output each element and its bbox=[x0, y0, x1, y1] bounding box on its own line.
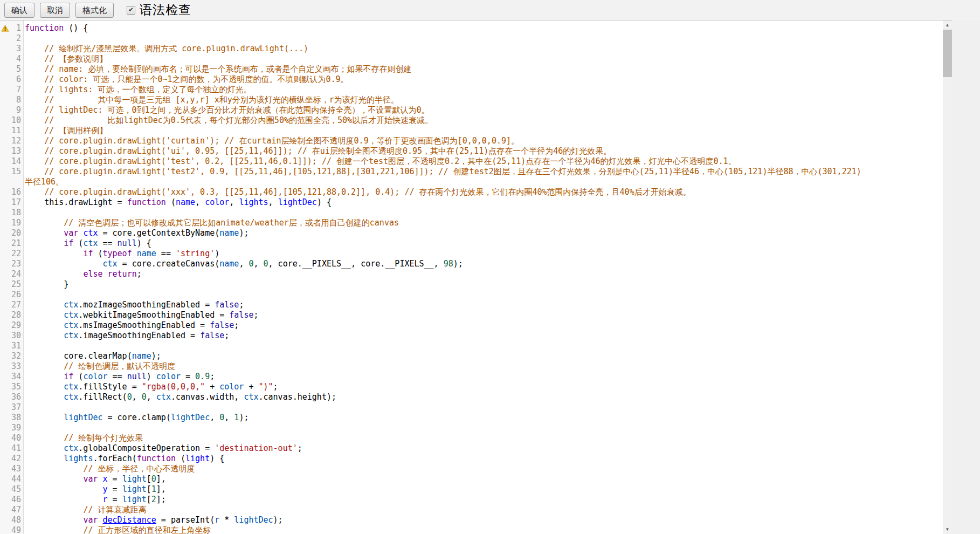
code-line[interactable]: 22 if (typeof name == 'string') bbox=[0, 249, 943, 259]
line-number: 27 bbox=[10, 300, 24, 310]
code-line[interactable]: 39 bbox=[0, 423, 943, 433]
scroll-up-button[interactable]: ▲ bbox=[943, 20, 952, 30]
gutter-marker bbox=[0, 351, 10, 361]
line-number: 8 bbox=[10, 95, 24, 105]
line-number: 10 bbox=[10, 115, 24, 126]
code-line[interactable]: 49 // 正方形区域的直径和左上角坐标 bbox=[0, 525, 943, 534]
code-line[interactable]: 4 // 【参数说明】 bbox=[0, 54, 943, 64]
vertical-scrollbar[interactable]: ▲ ▼ bbox=[943, 20, 952, 534]
code-line[interactable]: 37 bbox=[0, 402, 943, 413]
code-text bbox=[24, 341, 943, 351]
up-arrow-icon: ▲ bbox=[946, 23, 950, 28]
gutter-marker bbox=[0, 259, 10, 269]
syntax-check-label[interactable]: 语法检查 bbox=[140, 2, 191, 18]
code-line[interactable]: 43 // 坐标，半径，中心不透明度 bbox=[0, 464, 943, 474]
code-text bbox=[24, 208, 943, 218]
format-button[interactable]: 格式化 bbox=[75, 3, 114, 18]
scroll-down-button[interactable]: ▼ bbox=[943, 525, 952, 534]
line-number: 6 bbox=[10, 74, 24, 85]
syntax-check-checkbox[interactable]: ✔ bbox=[127, 6, 135, 15]
code-line[interactable]: 7 // lights: 可选，一个数组，定义了每个独立的灯光。 bbox=[0, 85, 943, 95]
code-line[interactable]: 21 if (ctx == null) { bbox=[0, 238, 943, 249]
code-line-continuation[interactable]: 半径106。 bbox=[0, 177, 943, 187]
code-line[interactable]: 1function () { bbox=[0, 23, 943, 33]
code-line[interactable]: 47 // 计算衰减距离 bbox=[0, 505, 943, 515]
cancel-button[interactable]: 取消 bbox=[40, 3, 70, 18]
code-editor[interactable]: 1function () {23 // 绘制灯光/漆黑层效果。调用方式 core… bbox=[0, 20, 952, 534]
code-text: // 正方形区域的直径和左上角坐标 bbox=[24, 525, 943, 534]
scrollbar-thumb[interactable] bbox=[943, 30, 952, 77]
code-text: ctx.msImageSmoothingEnabled = false; bbox=[24, 320, 943, 331]
line-number: 22 bbox=[10, 249, 24, 259]
code-line[interactable]: 45 y = light[1], bbox=[0, 484, 943, 495]
code-line[interactable]: 2 bbox=[0, 33, 943, 44]
line-number: 18 bbox=[10, 208, 24, 218]
gutter-marker bbox=[0, 95, 10, 105]
gutter-marker bbox=[0, 443, 10, 454]
code-line[interactable]: 12 // core.plugin.drawLight('curtain'); … bbox=[0, 136, 943, 146]
code-line[interactable]: 31 bbox=[0, 341, 943, 351]
line-number: 46 bbox=[10, 495, 24, 505]
code-line[interactable]: 20 var ctx = core.getContextByName(name)… bbox=[0, 228, 943, 238]
gutter-marker bbox=[0, 525, 10, 534]
code-line[interactable]: 36 ctx.fillRect(0, 0, ctx.canvas.width, … bbox=[0, 392, 943, 402]
gutter-marker bbox=[0, 484, 10, 495]
code-line[interactable]: 10 // 比如lightDec为0.5代表，每个灯光部分内圈50%的范围全亮，… bbox=[0, 115, 943, 126]
code-line[interactable]: 15 // core.plugin.drawLight('test2', 0.9… bbox=[0, 167, 943, 177]
code-line[interactable]: 44 var x = light[0], bbox=[0, 474, 943, 484]
code-line[interactable]: 29 ctx.msImageSmoothingEnabled = false; bbox=[0, 320, 943, 331]
gutter-marker bbox=[0, 464, 10, 474]
code-text: core.clearMap(name); bbox=[24, 351, 943, 361]
line-number: 39 bbox=[10, 423, 24, 433]
gutter-marker bbox=[0, 44, 10, 54]
code-line[interactable]: 17 this.drawLight = function (name, colo… bbox=[0, 197, 943, 208]
code-line[interactable]: 11 // 【调用样例】 bbox=[0, 126, 943, 136]
checkmark-icon: ✔ bbox=[128, 6, 134, 13]
code-line[interactable]: 24 else return; bbox=[0, 269, 943, 279]
code-line[interactable]: 30 ctx.imageSmoothingEnabled = false; bbox=[0, 331, 943, 341]
code-line[interactable]: 18 bbox=[0, 208, 943, 218]
line-number: 1 bbox=[10, 23, 24, 33]
code-line[interactable]: 42 lights.forEach(function (light) { bbox=[0, 454, 943, 464]
code-line[interactable]: 3 // 绘制灯光/漆黑层效果。调用方式 core.plugin.drawLig… bbox=[0, 44, 943, 54]
code-line[interactable]: 27 ctx.mozImageSmoothingEnabled = false; bbox=[0, 300, 943, 310]
code-line[interactable]: 41 ctx.globalCompositeOperation = 'desti… bbox=[0, 443, 943, 454]
gutter-marker bbox=[0, 361, 10, 372]
line-number: 42 bbox=[10, 454, 24, 464]
code-line[interactable]: 35 ctx.fillStyle = "rgba(0,0,0," + color… bbox=[0, 382, 943, 392]
gutter-marker bbox=[0, 413, 10, 423]
code-line[interactable]: 23 ctx = core.createCanvas(name, 0, 0, c… bbox=[0, 259, 943, 269]
gutter-marker bbox=[0, 136, 10, 146]
code-line[interactable]: 26 bbox=[0, 290, 943, 300]
code-line[interactable]: 13 // core.plugin.drawLight('ui', 0.95, … bbox=[0, 146, 943, 156]
gutter-marker bbox=[0, 341, 10, 351]
code-line[interactable]: 46 r = light[2]; bbox=[0, 495, 943, 505]
code-text: this.drawLight = function (name, color, … bbox=[24, 197, 943, 208]
code-line[interactable]: 28 ctx.webkitImageSmoothingEnabled = fal… bbox=[0, 310, 943, 320]
code-text bbox=[24, 33, 943, 44]
code-line[interactable]: 40 // 绘制每个灯光效果 bbox=[0, 433, 943, 443]
confirm-button[interactable]: 确认 bbox=[4, 3, 34, 18]
code-line[interactable]: 48 var decDistance = parseInt(r * lightD… bbox=[0, 515, 943, 525]
code-text: // 其中每一项是三元组 [x,y,r] x和y分别为该灯光的横纵坐标，r为该灯… bbox=[24, 95, 943, 105]
gutter-marker bbox=[0, 279, 10, 290]
code-line[interactable]: 8 // 其中每一项是三元组 [x,y,r] x和y分别为该灯光的横纵坐标，r为… bbox=[0, 95, 943, 105]
code-line[interactable]: 19 // 清空色调层；也可以修改成其它层比如animate/weather层，… bbox=[0, 218, 943, 228]
code-line[interactable]: 5 // name: 必填，要绘制到的画布名；可以是一个系统画布，或者是个自定义… bbox=[0, 64, 943, 74]
code-line[interactable]: 38 lightDec = core.clamp(lightDec, 0, 1)… bbox=[0, 413, 943, 423]
line-number: 45 bbox=[10, 484, 24, 495]
gutter-marker bbox=[0, 382, 10, 392]
code-line[interactable]: 9 // lightDec: 可选，0到1之间，光从多少百分比才开始衰减（在此范… bbox=[0, 105, 943, 115]
line-number: 34 bbox=[10, 372, 24, 382]
code-text: ctx.mozImageSmoothingEnabled = false; bbox=[24, 300, 943, 310]
code-line[interactable]: 14 // core.plugin.drawLight('test', 0.2,… bbox=[0, 156, 943, 167]
code-line[interactable]: 33 // 绘制色调层，默认不透明度 bbox=[0, 361, 943, 372]
code-line[interactable]: 25 } bbox=[0, 279, 943, 290]
code-line[interactable]: 34 if (color == null) color = 0.9; bbox=[0, 372, 943, 382]
code-text: // 【参数说明】 bbox=[24, 54, 943, 64]
line-number: 40 bbox=[10, 433, 24, 443]
code-line[interactable]: 16 // core.plugin.drawLight('xxx', 0.3, … bbox=[0, 187, 943, 197]
code-line[interactable]: 32 core.clearMap(name); bbox=[0, 351, 943, 361]
line-number: 24 bbox=[10, 269, 24, 279]
code-line[interactable]: 6 // color: 可选，只能是一个0~1之间的数，为不透明度的值。不填则默… bbox=[0, 74, 943, 85]
